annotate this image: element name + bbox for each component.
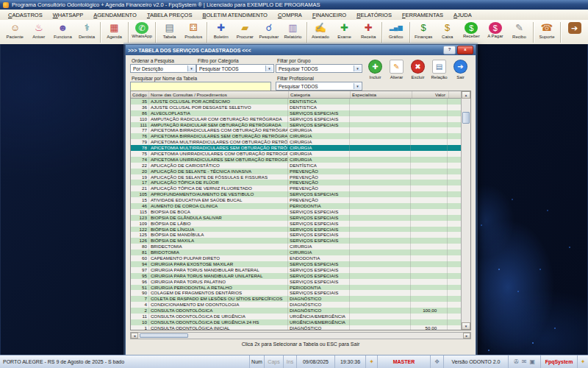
table-row[interactable]: 79APICETOMIA MULTIRRADICULARES COM OBTUR…	[131, 139, 462, 145]
table-row[interactable]: 19APLICAÇÃO DE SELANTE DE FÓSSULAS E FIS…	[131, 174, 462, 180]
receber-button[interactable]: $Receber	[459, 21, 484, 38]
network-icon[interactable]: ✇	[514, 358, 519, 365]
table-row[interactable]: 90COLAGEM DE FRAGMENTOS DENTÁRIOSSERVIÇO…	[131, 290, 462, 296]
menu-item-cadastros[interactable]: CADASTROS	[3, 10, 48, 20]
produtos-button[interactable]: ⚃Produtos	[182, 21, 206, 39]
printer-icon[interactable]: ✉	[522, 358, 527, 365]
alterar-button[interactable]: ✎Alterar	[387, 60, 406, 79]
table-row[interactable]: 1CONSULTA ODONTOLÓGICA INICIALDIAGNÓSTIC…	[131, 325, 462, 330]
table-row[interactable]: 21APLICAÇÃO TÓPICA DE VERNIZ FLUORETADOP…	[131, 185, 462, 191]
table-row[interactable]: 111AMPUTAÇÃO RADICULAR SEM OBTURAÇÃO RET…	[131, 122, 462, 128]
ordenar-select[interactable]: Por Descrição ▼	[130, 64, 196, 73]
menu-item-whatsapp[interactable]: WHATSAPP	[48, 10, 89, 20]
horizontal-scroll-thumb[interactable]	[140, 333, 188, 338]
table-row[interactable]: 36AJUSTE OCLUSAL POR DESGASTE SELETIVODE…	[131, 105, 462, 110]
menu-item-financeiro[interactable]: FINANCEIRO	[307, 10, 351, 20]
table-row[interactable]: 78APICETOMIA MULTIRRADICULARES SEM OBTUR…	[131, 145, 462, 151]
vertical-scroll-thumb[interactable]	[462, 112, 470, 124]
table-row[interactable]: 96CIRURGIA PARA TORUS PALATINOSERVIÇOS E…	[131, 279, 462, 285]
receita-button[interactable]: ✚Receita	[356, 21, 381, 39]
relacao-button[interactable]: ▤Relação	[429, 60, 449, 79]
table-row[interactable]: 4CONDICIONAMENTO EM ODONTOLOGIADIAGNÓSTI…	[131, 302, 462, 308]
table-row[interactable]: 115BIOPSIA DE BOCASERVIÇOS ESPECIAIS	[131, 209, 462, 215]
paciente-button[interactable]: ☺Paciente	[3, 21, 27, 39]
table-row[interactable]: 122BIÓPSIA DE LÍNGUASERVIÇOS ESPECIAIS	[131, 227, 462, 233]
table-row[interactable]: 123BIOPSIA DE GLÂNDULA SALIVARSERVIÇOS E…	[131, 215, 462, 221]
column-header-3[interactable]: Especialista	[350, 91, 412, 98]
table-row[interactable]: 35AJUSTE OCLUSAL POR ACRÉSCIMODENTISTICA	[131, 99, 462, 105]
procurar-button[interactable]: ▰Procurar	[233, 21, 257, 39]
column-header-4[interactable]: Valor	[412, 91, 448, 98]
chevron-down-icon[interactable]: ▼	[354, 66, 361, 71]
sair-app-button[interactable]: ➔	[562, 21, 587, 34]
menu-item-ajuda[interactable]: AJUDA	[448, 10, 477, 20]
table-row[interactable]: 97CIRURGIA PARA TORUS MANDIBULAR BILATER…	[131, 267, 462, 273]
scroll-right-icon[interactable]: ►	[463, 333, 470, 339]
table-row[interactable]: 86ALVEOLOPLASTIASERVIÇOS ESPECIAIS	[131, 110, 462, 116]
menu-item-tabela-pre-os[interactable]: TABELA PREÇOS	[142, 10, 198, 20]
recibo-button[interactable]: ✎Recibo	[507, 21, 531, 39]
boletim-button[interactable]: ✚Boletim	[209, 21, 233, 39]
whatsapp-button[interactable]: ✆WhatsApp	[130, 21, 154, 38]
chevron-down-icon[interactable]: ▼	[265, 66, 273, 71]
table-row[interactable]: 11CONSULTA ODONTOLÓGICA DE URGÊNCIAURGÊN…	[131, 314, 462, 319]
pesquisar-button[interactable]: ☌Pesquisar	[257, 21, 282, 39]
table-row[interactable]: 81BRIDOTOMIACIRURGIA	[131, 250, 462, 255]
table-row[interactable]: 126BIÓPSIA DE MAXILASERVIÇOS ESPECIAIS	[131, 238, 462, 244]
menu-item-agendamento[interactable]: AGENDAMENTO	[88, 10, 142, 20]
menu-item-boletim-atendimento[interactable]: BOLETIM ATENDIMENTO	[197, 10, 273, 20]
dentista-button[interactable]: ⚕Dentista	[75, 21, 99, 39]
menu-item-compra[interactable]: COMPRA	[273, 10, 307, 20]
table-row[interactable]: 15ATIVIDADE EDUCATIVA EM SAÚDE BUCALPREV…	[131, 197, 462, 203]
table-row[interactable]: 95CIRURGIA PARA TORUS MANDIBULAR UNILATE…	[131, 273, 462, 279]
horizontal-scrollbar[interactable]: ◄ ►	[130, 332, 471, 339]
grupo-select[interactable]: Pesquisar TODOS ▼	[276, 64, 362, 73]
table-row[interactable]: 109BIÓPSIA DE LÁBIOSERVIÇOS ESPECIAIS	[131, 221, 462, 227]
apagar-button[interactable]: $A Pagar	[484, 21, 508, 38]
table-row[interactable]: 80BRIDECTOMIACIRURGIA	[131, 244, 462, 250]
agenda-button[interactable]: ▦Agenda	[102, 21, 126, 39]
categoria-select[interactable]: Pesquisar TODOS ▼	[196, 64, 274, 73]
scroll-left-icon[interactable]: ◄	[131, 333, 138, 339]
table-row[interactable]: 10CONSULTA ODONTOLÓGICA DE URGÊNCIA 24 H…	[131, 319, 462, 325]
table-row[interactable]: 75APICETOMIA UNIRRADICULARES COM OBTURAÇ…	[131, 151, 462, 157]
relatorio-button[interactable]: ▥Relatório	[281, 21, 305, 39]
tabela-button[interactable]: ▤Tabela	[157, 21, 182, 39]
chevron-down-icon[interactable]: ▼	[354, 83, 361, 89]
exame-button[interactable]: ✚Exame	[332, 21, 356, 39]
table-row[interactable]: 74APICETOMIA UNIRRADICULARES SEM OBTURAÇ…	[131, 157, 462, 163]
suporte-button[interactable]: ☎Suporte	[535, 21, 559, 39]
financas-button[interactable]: $Finanças	[412, 21, 436, 39]
vertical-scrollbar[interactable]: ▲ ▼	[461, 91, 470, 330]
incluir-button[interactable]: ✚Incluir	[365, 60, 385, 79]
aniver-button[interactable]: ♨Aniver	[27, 21, 51, 39]
table-row[interactable]: 77APICETOMIA BIRRADICULARES COM OBTURAÇÃ…	[131, 127, 462, 133]
caixa-button[interactable]: $Caixa	[435, 21, 459, 39]
scroll-down-icon[interactable]: ▼	[462, 322, 470, 330]
table-row[interactable]: 7COLETA DE RASPADO EM LESÕES OU SÍTIOS E…	[131, 296, 462, 302]
table-row[interactable]: 94CIRURGIA PARA EXOSTOSE MAXILARSERVIÇOS…	[131, 261, 462, 267]
table-row[interactable]: 76APICETOMIA BIRRADICULARES SEM OBTURAÇÃ…	[131, 133, 462, 139]
table-row[interactable]: 60CAPEAMENTO PULPAR DIRETOENDODONTIA	[131, 255, 462, 261]
table-row[interactable]: 46AUMENTO DE COROA CLINICAPERIODONTIA	[131, 203, 462, 209]
table-row[interactable]: 22APLICAÇÃO DE CARIOSTÁTICODENTÍSTICA	[131, 163, 462, 169]
table-row[interactable]: 2CONSULTA ODONTOLÓGICADIAGNÓSTICO100,00	[131, 308, 462, 314]
window-help-button[interactable]: ?	[443, 46, 456, 54]
excluir-button[interactable]: ✖Excluir	[408, 60, 428, 79]
table-row[interactable]: 105APROFUNDAMENTO/AUMENTO DE VESTIBULOSE…	[131, 191, 462, 197]
scroll-up-icon[interactable]: ▲	[462, 91, 470, 99]
table-row[interactable]: 110AMPUTAÇÃO RADICULAR COM OBTURAÇÃO RET…	[131, 116, 462, 122]
atestado-button[interactable]: ✍Atestado	[309, 21, 333, 39]
column-header-0[interactable]: Código	[131, 91, 148, 98]
grafico-button[interactable]: ▂▄▆Gráfico	[384, 21, 408, 39]
menu-item-relat-rios[interactable]: RELATÓRIOS	[351, 10, 397, 20]
menu-item-ferramentas[interactable]: FERRAMENTAS	[397, 10, 448, 20]
profissional-select[interactable]: Pesquisar TODOS ▼	[276, 82, 362, 91]
sair-button[interactable]: ➔Sair	[451, 60, 470, 79]
monitor-icon[interactable]: ▣	[529, 358, 535, 365]
chevron-down-icon[interactable]: ▼	[187, 66, 195, 71]
column-header-2[interactable]: Categoria	[288, 91, 350, 98]
table-row[interactable]: 51CIRURGIA PERIODONTAL A RETALHOPERIODON…	[131, 285, 462, 291]
table-row[interactable]: 20APLICAÇÃO DE SELANTE - TÉCNICA INVASIV…	[131, 169, 462, 174]
window-close-button[interactable]: x	[457, 46, 473, 54]
